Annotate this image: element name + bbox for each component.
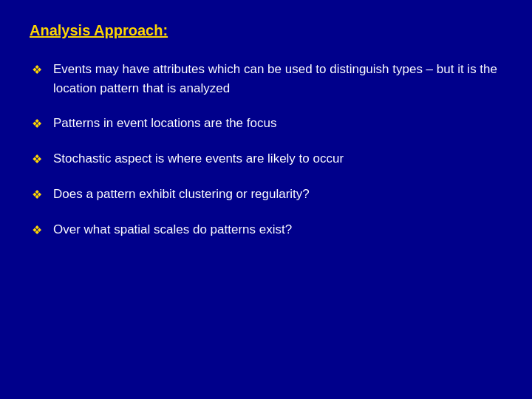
bullet-text: Stochastic aspect is where events are li…	[53, 149, 502, 168]
bullet-text: Does a pattern exhibit clustering or reg…	[53, 185, 502, 204]
bullet-text: Patterns in event locations are the focu…	[53, 114, 502, 133]
bullet-diamond-icon: ❖	[30, 186, 44, 204]
bullet-text: Over what spatial scales do patterns exi…	[53, 220, 502, 239]
list-item: ❖ Events may have attributes which can b…	[30, 60, 502, 98]
bullet-list: ❖ Events may have attributes which can b…	[30, 60, 502, 239]
list-item: ❖ Patterns in event locations are the fo…	[30, 114, 502, 133]
bullet-text: Events may have attributes which can be …	[53, 60, 502, 98]
bullet-diamond-icon: ❖	[30, 61, 44, 79]
list-item: ❖ Stochastic aspect is where events are …	[30, 149, 502, 168]
list-item: ❖ Does a pattern exhibit clustering or r…	[30, 185, 502, 204]
list-item: ❖ Over what spatial scales do patterns e…	[30, 220, 502, 239]
bullet-diamond-icon: ❖	[30, 222, 44, 239]
bullet-diamond-icon: ❖	[30, 151, 44, 168]
slide: Analysis Approach: ❖ Events may have att…	[0, 0, 532, 399]
bullet-diamond-icon: ❖	[30, 115, 44, 133]
slide-title: Analysis Approach:	[30, 22, 502, 39]
